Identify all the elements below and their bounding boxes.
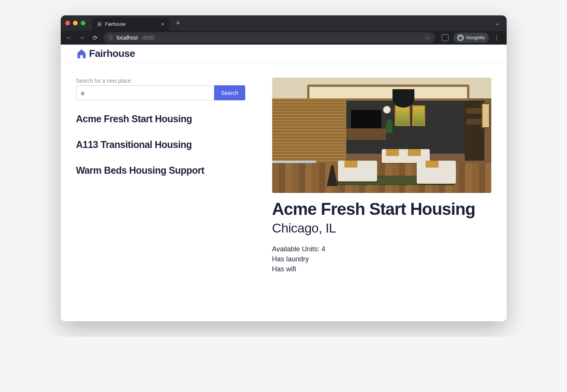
minimize-window-button[interactable] [73,21,78,25]
window-controls [65,21,85,25]
url-host: localhost [117,35,138,41]
tab-title: Fairhouse [105,22,126,27]
incognito-badge[interactable]: ◉ Incognito [453,33,489,43]
has-wifi: Has wifi [272,264,491,274]
app-header: Fairhouse [61,45,507,62]
listing-features: Available Units: 4 Has laundry Has wifi [272,244,491,274]
maximize-window-button[interactable] [81,21,85,25]
available-units: Available Units: 4 [272,244,491,254]
house-logo-icon [76,48,87,59]
page: Fairhouse Search for a new place Search … [61,45,507,321]
content: Search for a new place Search Acme Fresh… [61,62,507,286]
listing-title: Acme Fresh Start Housing [272,200,491,218]
browser-tab[interactable]: A Fairhouse × [92,18,169,31]
results-list: Acme Fresh Start Housing A113 Transition… [76,113,245,176]
listing-photo [272,78,491,193]
svg-rect-0 [80,55,82,58]
right-column: Acme Fresh Start Housing Chicago, IL Ava… [272,78,491,274]
listing-location: Chicago, IL [272,221,491,236]
result-item[interactable]: Warm Beds Housing Support [76,165,245,176]
incognito-icon: ◉ [457,34,464,41]
bookmark-icon[interactable]: ☆ [425,35,430,41]
result-item[interactable]: A113 Transitional Housing [76,139,245,150]
search-button[interactable]: Search [214,85,245,100]
site-info-icon[interactable]: i [108,35,114,40]
tab-favicon: A [97,22,102,27]
forward-button[interactable]: → [78,34,87,41]
url-port: :4200 [141,35,155,41]
new-tab-button[interactable]: + [172,19,184,27]
brand-name: Fairhouse [89,48,135,60]
back-button[interactable]: ← [65,34,74,41]
browser-menu-icon[interactable]: ⋮ [494,34,500,42]
search-label: Search for a new place [76,78,245,84]
tabs-dropdown-icon[interactable]: ⌄ [493,20,502,26]
has-laundry: Has laundry [272,254,491,264]
left-column: Search for a new place Search Acme Fresh… [76,78,245,274]
url-field[interactable]: i localhost:4200 ☆ [104,32,435,43]
address-bar: ← → ⟳ i localhost:4200 ☆ ◉ Incognito ⋮ [61,31,507,45]
browser-window: A Fairhouse × + ⌄ ← → ⟳ i localhost:4200… [61,15,507,321]
search-row: Search [76,85,245,100]
toolbar-right: ◉ Incognito ⋮ [439,33,503,43]
tab-close-icon[interactable]: × [161,21,164,27]
result-item[interactable]: Acme Fresh Start Housing [76,113,245,125]
titlebar: A Fairhouse × + ⌄ [61,15,507,31]
extensions-icon[interactable] [442,34,449,41]
reload-button[interactable]: ⟳ [91,34,100,42]
incognito-label: Incognito [466,35,485,40]
search-input[interactable] [76,85,214,100]
close-window-button[interactable] [65,21,70,25]
